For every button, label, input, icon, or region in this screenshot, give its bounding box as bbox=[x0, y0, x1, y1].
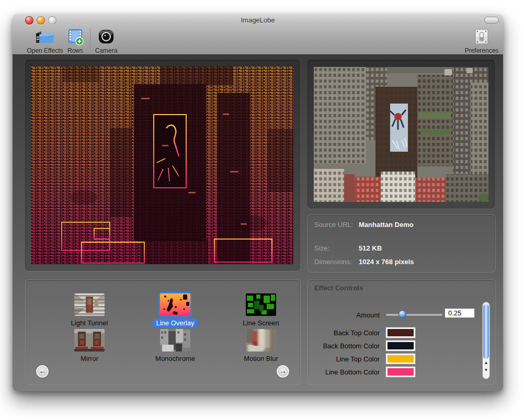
camera-button[interactable]: Camera bbox=[92, 27, 120, 54]
effect-label-monochrome: Monochrome bbox=[151, 354, 199, 363]
effect-label-mirror: Mirror bbox=[76, 354, 102, 363]
effect-label-motion-blur: Motion Blur bbox=[240, 354, 282, 363]
amount-label: Amount bbox=[301, 311, 380, 319]
left-arrow-icon: ← bbox=[39, 367, 46, 375]
open-effects-button[interactable]: Open Effects bbox=[26, 27, 64, 54]
line-top-color-swatch[interactable] bbox=[386, 354, 415, 364]
back-bottom-color-label: Back Bottom Color bbox=[301, 342, 380, 350]
open-effects-icon bbox=[26, 27, 64, 46]
effect-controls-panel: Effect Controls Amount Back Top Color Ba… bbox=[307, 279, 496, 385]
camera-label: Camera bbox=[92, 47, 120, 54]
open-effects-label: Open Effects bbox=[26, 47, 64, 54]
effects-browser-panel: Light Tunnel bbox=[25, 279, 301, 385]
effect-item-line-overlay[interactable]: Line Overlay bbox=[144, 292, 207, 327]
scroll-up-arrow-icon[interactable]: ▲ bbox=[483, 361, 489, 365]
size-label: Size: bbox=[314, 244, 329, 252]
amount-slider[interactable] bbox=[386, 310, 442, 319]
effect-item-mirror[interactable]: Mirror bbox=[58, 327, 121, 363]
line-bottom-color-swatch[interactable] bbox=[386, 367, 415, 377]
size-value: 512 KB bbox=[359, 244, 382, 252]
info-row-source-url: Source URL: Manhattan Demo bbox=[314, 221, 490, 229]
previous-effects-button[interactable]: ← bbox=[36, 365, 49, 378]
effect-item-light-tunnel[interactable]: Light Tunnel bbox=[58, 292, 121, 327]
app-window: ImageLobe bbox=[13, 14, 503, 391]
line-screen-thumbnail bbox=[246, 293, 276, 316]
source-image-panel bbox=[307, 60, 495, 209]
source-image bbox=[314, 67, 488, 202]
preferences-button[interactable]: Preferences bbox=[462, 27, 501, 54]
effect-label-line-overlay: Line Overlay bbox=[152, 319, 199, 327]
camera-icon bbox=[92, 27, 120, 46]
source-info-panel: Source URL: Manhattan Demo Size: 512 KB … bbox=[307, 214, 496, 273]
amount-slider-track bbox=[386, 314, 442, 315]
back-bottom-color-swatch[interactable] bbox=[386, 340, 415, 351]
source-url-value: Manhattan Demo bbox=[359, 221, 414, 229]
controls-scrollbar[interactable]: ▲ ▼ bbox=[482, 302, 490, 379]
line-top-color-label: Line Top Color bbox=[301, 355, 380, 363]
light-tunnel-thumbnail bbox=[74, 293, 105, 316]
rows-label: Rows bbox=[64, 47, 87, 54]
motion-blur-thumbnail bbox=[246, 329, 276, 351]
effect-item-motion-blur[interactable]: Motion Blur bbox=[230, 327, 292, 363]
window-title: ImageLobe bbox=[13, 16, 503, 24]
dimensions-label: Dimensions: bbox=[314, 258, 352, 266]
titlebar[interactable]: ImageLobe bbox=[13, 14, 503, 26]
effect-item-line-screen[interactable]: Line Screen bbox=[230, 292, 292, 327]
effect-controls-title: Effect Controls bbox=[314, 284, 363, 292]
amount-field[interactable] bbox=[445, 308, 475, 318]
next-effects-button[interactable]: → bbox=[277, 365, 289, 378]
toolbar: Open Effects bbox=[13, 26, 503, 54]
monochrome-thumbnail bbox=[160, 329, 190, 351]
effect-preview-panel bbox=[25, 60, 300, 271]
back-top-color-swatch[interactable] bbox=[386, 327, 415, 338]
controls-scrollbar-thumb[interactable] bbox=[483, 303, 489, 359]
content-area: Source URL: Manhattan Demo Size: 512 KB … bbox=[13, 55, 503, 391]
preferences-label: Preferences bbox=[462, 47, 501, 54]
info-row-dimensions: Dimensions: 1024 x 768 pixels bbox=[314, 258, 490, 266]
rows-icon bbox=[64, 27, 87, 46]
amount-slider-knob[interactable] bbox=[398, 310, 406, 318]
right-arrow-icon: → bbox=[280, 367, 287, 375]
info-row-size: Size: 512 KB bbox=[314, 244, 490, 253]
rows-button[interactable]: Rows bbox=[64, 27, 87, 54]
scroll-down-arrow-icon[interactable]: ▼ bbox=[483, 368, 489, 372]
effect-item-monochrome[interactable]: Monochrome bbox=[144, 327, 207, 363]
toolbar-toggle-button[interactable] bbox=[484, 17, 499, 24]
source-url-label: Source URL: bbox=[314, 221, 353, 229]
effect-label-light-tunnel: Light Tunnel bbox=[67, 319, 112, 327]
toolbar-separator bbox=[90, 28, 90, 50]
mirror-thumbnail bbox=[74, 329, 105, 351]
line-bottom-color-label: Line Bottom Color bbox=[301, 368, 380, 376]
back-top-color-label: Back Top Color bbox=[301, 329, 380, 337]
effect-label-line-screen: Line Screen bbox=[238, 319, 283, 327]
effect-preview-image bbox=[31, 66, 293, 264]
desktop: ImageLobe bbox=[0, 0, 524, 420]
preferences-icon bbox=[462, 27, 501, 46]
dimensions-value: 1024 x 768 pixels bbox=[359, 258, 414, 266]
window-chrome: ImageLobe bbox=[13, 14, 503, 55]
line-overlay-thumbnail bbox=[160, 293, 190, 316]
